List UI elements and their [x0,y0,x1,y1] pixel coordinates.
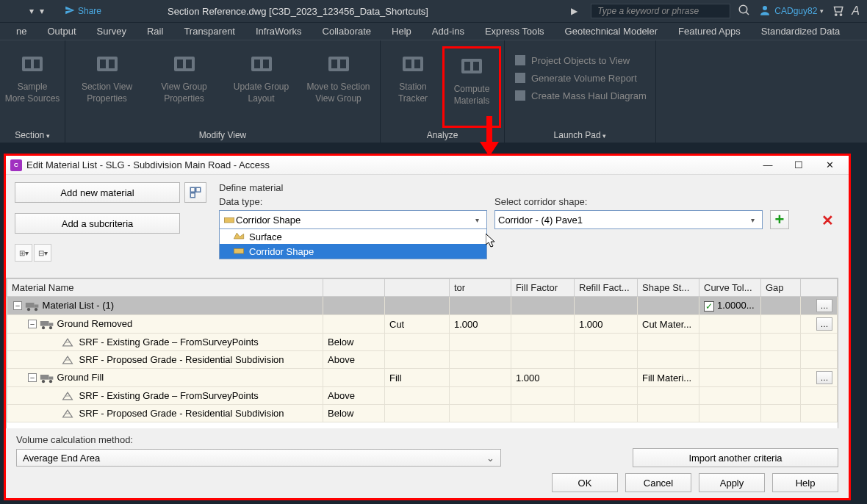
import-criteria-button[interactable]: Import another criteria [633,448,838,467]
menu-item-rail[interactable]: Rail [137,26,173,37]
minimize-button[interactable]: — [753,157,783,173]
column-header[interactable] [385,279,450,297]
volume-method-dropdown[interactable]: Average End Area [16,449,501,467]
svg-rect-34 [224,217,234,223]
ribbon-view-group-button[interactable]: View GroupProperties [145,46,223,128]
ribbon-section-view-button[interactable]: Section ViewProperties [68,46,145,128]
ribbon-side-project-objects-to-view[interactable]: Project Objects to View [514,54,647,67]
material-picker-button[interactable] [184,182,206,203]
ribbon-group-label[interactable]: Launch Pad [508,128,652,143]
ribbon-group-label[interactable]: Section [3,128,62,143]
svg-rect-10 [109,60,115,68]
menu-item-infraworks[interactable]: InfraWorks [245,26,312,37]
expand-tree-button[interactable]: ⊞▾ [15,244,32,262]
ribbon-side-generate-volume-report[interactable]: Generate Volume Report [514,71,647,84]
menu-item-ne[interactable]: ne [6,26,37,37]
column-header[interactable]: Fill Factor [511,279,575,297]
column-header[interactable]: Refill Fact... [575,279,638,297]
tree-collapse-icon[interactable]: − [28,320,37,328]
user-account[interactable]: CADguy82 ▾ [758,4,824,19]
menu-item-add-ins[interactable]: Add-ins [422,26,475,37]
add-new-material-button[interactable]: Add new material [15,182,180,203]
share-link[interactable]: Share [65,5,101,18]
plus-icon: + [775,210,785,229]
ribbon-icon [248,51,275,77]
paper-plane-icon [65,5,75,18]
ok-button[interactable]: OK [552,473,618,492]
table-row[interactable]: SRF - Proposed Grade - Residential Subdi… [7,351,838,369]
svg-rect-32 [196,187,201,192]
menu-item-standardized-data[interactable]: Standardized Data [751,26,851,37]
search-input[interactable]: Type a keyword or phrase [591,4,730,18]
menu-item-express-tools[interactable]: Express Tools [475,26,555,37]
ribbon-group-launch-pad: Project Objects to ViewGenerate Volume R… [505,40,656,143]
menu-item-collaborate[interactable]: Collaborate [312,26,382,37]
ribbon-move-to-section-button[interactable]: Move to SectionView Group [300,46,377,128]
truck-icon [40,373,53,384]
column-header[interactable] [323,279,385,297]
svg-rect-16 [263,60,269,68]
ribbon-sample-button[interactable]: SampleMore Sources [3,46,62,128]
data-type-option-corridor-shape[interactable]: Corridor Shape [220,244,486,259]
qat-dropdown-icon[interactable]: ▾ [29,6,34,16]
column-header[interactable] [801,279,838,297]
menu-item-transparent[interactable]: Transparent [173,26,245,37]
ribbon-compute-button[interactable]: ComputeMaterials [442,46,501,128]
data-type-dropdown[interactable]: Corridor Shape ▾ Surface [219,210,487,229]
menu-item-featured-apps[interactable]: Featured Apps [668,26,751,37]
play-icon[interactable]: ▶ [571,6,578,16]
corridor-shape-value: Corridor - (4) Pave1 [498,215,746,226]
table-row[interactable]: SRF - Existing Grade – FromSurveyPointsB… [7,334,838,351]
ribbon-update-group-button[interactable]: Update GroupLayout [223,46,300,128]
ribbon-side-create-mass-haul-diagram[interactable]: Create Mass Haul Diagram [514,89,647,102]
row-more-button[interactable]: … [816,371,832,384]
cart-icon[interactable] [831,4,844,19]
svg-rect-37 [26,303,35,308]
surface-icon [62,391,75,401]
cancel-button[interactable]: Cancel [625,473,691,492]
data-type-option-list: Surface Corridor Shape [219,229,487,259]
ribbon-group-modify-view: Section ViewPropertiesView GroupProperti… [65,40,381,143]
menu-item-output[interactable]: Output [37,26,86,37]
column-header[interactable]: tor [450,279,511,297]
collapse-tree-button[interactable]: ⊟▾ [34,244,51,262]
svg-point-44 [49,326,52,329]
tree-collapse-icon[interactable]: − [13,301,22,310]
close-button[interactable]: ✕ [815,157,844,173]
qat-dropdown-icon-2[interactable]: ▾ [40,6,44,16]
apply-button[interactable]: Apply [699,473,765,492]
add-subcriteria-button[interactable]: Add a subcriteria [15,213,180,234]
checkbox-icon[interactable]: ✓ [704,301,714,312]
app-letter-icon[interactable]: A [852,4,860,18]
svg-rect-27 [515,73,525,83]
help-button[interactable]: Help [772,473,838,492]
ribbon-station-button[interactable]: StationTracker [384,46,442,128]
data-type-option-surface[interactable]: Surface [220,229,486,244]
column-header[interactable]: Material Name [7,279,323,297]
table-row[interactable]: − Ground FillFill1.000Fill Materi...… [7,369,838,387]
svg-rect-38 [35,304,39,307]
table-row[interactable]: − Material List - (1)✓1.0000...… [7,297,838,315]
dialog-titlebar: C Edit Material List - SLG - Subdivision… [6,156,849,175]
row-more-button[interactable]: … [816,299,832,312]
menu-item-geotechnical-modeler[interactable]: Geotechnical Modeler [555,26,668,37]
add-shape-button[interactable]: + [770,210,789,229]
svg-rect-33 [190,193,195,198]
table-row[interactable]: SRF - Existing Grade – FromSurveyPointsA… [7,387,838,405]
table-row[interactable]: SRF - Proposed Grade - Residential Subdi… [7,405,838,422]
menu-item-help[interactable]: Help [381,26,422,37]
app-logo-icon: C [10,159,22,171]
corridor-shape-dropdown[interactable]: Corridor - (4) Pave1 ▾ [494,210,763,229]
column-header[interactable]: Gap [761,279,801,297]
table-row[interactable]: − Ground RemovedCut1.0001.000Cut Mater..… [7,315,838,334]
svg-rect-21 [406,60,411,68]
search-icon[interactable] [738,4,751,19]
remove-button[interactable]: ✕ [817,212,838,229]
tree-collapse-icon[interactable]: − [28,373,37,382]
column-header[interactable]: Curve Tol... [699,279,761,297]
column-header[interactable]: Shape St... [638,279,699,297]
surface-icon [62,337,75,348]
maximize-button[interactable]: ☐ [784,157,813,173]
menu-item-survey[interactable]: Survey [87,26,137,37]
row-more-button[interactable]: … [816,317,832,331]
